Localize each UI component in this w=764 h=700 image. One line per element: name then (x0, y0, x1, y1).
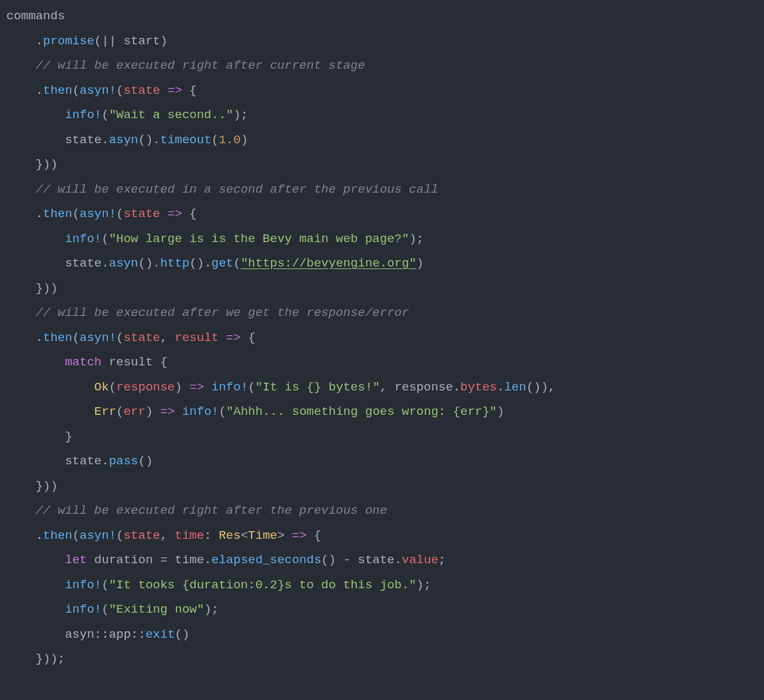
lbrace-1: { (189, 83, 196, 98)
arrow-3: => (226, 331, 241, 345)
method-elapsed: elapsed_seconds (211, 553, 321, 567)
method-timeout: timeout (160, 133, 211, 147)
arrow-5: => (160, 405, 175, 419)
str-ahhh: "Ahhh... something goes wrong: {err}" (226, 405, 497, 419)
method-asyn-2: asyn (109, 256, 139, 270)
lbrace-5: { (314, 529, 321, 543)
path-app: app (109, 627, 131, 642)
rbrace-pp-3: })) (36, 479, 58, 493)
ident-start: start (123, 34, 160, 48)
macro-info-4: info (182, 405, 212, 419)
ident-state-6: state (65, 454, 101, 468)
comment-in-second: // will be executed in a second after th… (36, 182, 438, 197)
ident-err: err (123, 405, 145, 419)
method-then-4: then (43, 529, 73, 543)
code-block: commands .promise(|| start) // will be e… (0, 0, 764, 683)
str-url[interactable]: "https://bevyengine.org" (241, 256, 417, 270)
macro-asyn-1: asyn (80, 83, 109, 98)
type-time: Time (248, 529, 277, 543)
ident-response-2: response (394, 380, 453, 394)
comment-after-resp: // will be executed after we get the res… (36, 306, 410, 320)
method-http: http (160, 256, 189, 270)
ident-state-7: state (123, 529, 160, 543)
method-len: len (504, 380, 526, 394)
macro-info-5: info (65, 578, 94, 592)
type-res: Res (219, 529, 241, 543)
method-pass: pass (109, 454, 139, 468)
str-wait: "Wait a second.." (109, 108, 234, 122)
method-get: get (211, 256, 233, 270)
arrow-2: => (168, 207, 182, 221)
rbrace-pp-semi: })); (36, 652, 65, 666)
ident-result-1: result (175, 331, 218, 345)
method-then-3: then (43, 331, 73, 345)
ident-state-8: state (358, 553, 394, 567)
num-1-0: 1.0 (219, 133, 241, 147)
arrow-6: => (292, 529, 307, 543)
arrow-1: => (168, 83, 182, 98)
method-exit: exit (146, 627, 175, 642)
kw-match: match (65, 355, 101, 369)
macro-asyn-4: asyn (80, 529, 109, 543)
rbrace-match: } (65, 430, 72, 444)
ident-time-2: time (175, 553, 204, 567)
method-asyn-1: asyn (109, 133, 139, 147)
lbrace-3: { (248, 331, 255, 345)
ident-state-5: state (123, 331, 160, 345)
ident-state-1: state (123, 83, 160, 98)
ident-state-3: state (123, 207, 160, 221)
kw-let: let (65, 553, 87, 567)
str-it-is-bytes: "It is {} bytes!" (256, 380, 380, 394)
closure-bars: || (101, 34, 116, 48)
macro-asyn-2: asyn (80, 207, 109, 221)
comment-after-stage: // will be executed right after current … (36, 58, 365, 73)
ident-time: time (175, 529, 204, 543)
type-ok: Ok (94, 380, 109, 394)
ident-state-2: state (65, 133, 101, 147)
str-exiting: "Exiting now" (109, 602, 204, 617)
str-tooks: "It tooks {duration:0.2}s to do this job… (109, 578, 417, 592)
rbrace-pp-2: })) (36, 281, 58, 295)
ident-duration: duration (94, 553, 153, 567)
method-then-2: then (43, 207, 73, 221)
method-promise: promise (43, 34, 94, 48)
macro-asyn-3: asyn (80, 331, 109, 345)
lbrace-2: { (189, 207, 196, 221)
ident-commands: commands (6, 9, 65, 23)
macro-info-6: info (65, 602, 94, 617)
path-asyn: asyn (65, 627, 94, 642)
arrow-4: => (189, 380, 204, 394)
lbrace-4: { (160, 355, 167, 369)
macro-info-3: info (211, 380, 241, 394)
method-then-1: then (43, 83, 73, 98)
ident-bytes: bytes (460, 380, 497, 394)
bang-1: ! (109, 83, 116, 98)
macro-info-2: info (65, 232, 94, 246)
ident-response: response (116, 380, 175, 394)
rbrace-pp-1: })) (36, 157, 58, 171)
ident-value: value (402, 553, 438, 567)
ident-result-2: result (109, 355, 153, 369)
type-err: Err (94, 405, 116, 419)
str-how-large: "How large is is the Bevy main web page?… (109, 232, 409, 246)
ident-state-4: state (65, 256, 101, 270)
macro-info-1: info (65, 108, 94, 122)
comment-after-prev: // will be executed right after the prev… (36, 503, 387, 518)
